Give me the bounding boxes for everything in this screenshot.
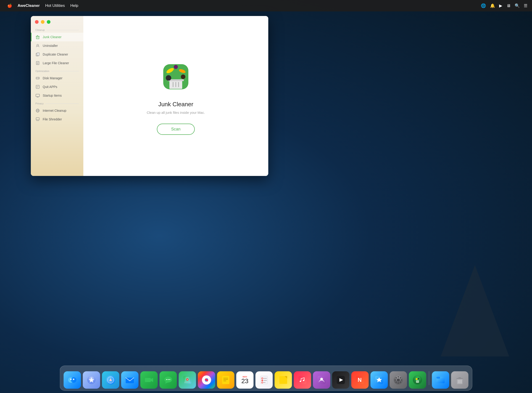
dock-item-facetime[interactable] — [140, 371, 158, 389]
svg-point-59 — [168, 379, 169, 380]
dock-item-trash[interactable] — [451, 371, 469, 389]
sidebar-item-label-startup-items: Startup Items — [43, 94, 62, 97]
svg-point-101 — [395, 379, 396, 381]
sidebar-item-label-duplicate-cleaner: Duplicate Cleaner — [43, 53, 68, 56]
dock-item-files[interactable] — [432, 371, 449, 389]
dock-item-news[interactable]: N — [351, 371, 369, 389]
svg-rect-0 — [36, 36, 39, 39]
svg-rect-15 — [36, 85, 39, 88]
svg-point-42 — [70, 378, 72, 380]
section-cleanup: Cleanup — [31, 29, 83, 33]
svg-text:N: N — [358, 377, 362, 383]
svg-point-58 — [166, 379, 167, 380]
svg-rect-8 — [36, 61, 39, 65]
dock-item-sysprefs[interactable] — [390, 371, 407, 389]
dock-item-mail[interactable] — [121, 371, 139, 389]
svg-point-13 — [38, 78, 39, 79]
svg-rect-74 — [222, 376, 229, 384]
svg-point-43 — [73, 378, 74, 380]
menubar: 🍎 AweCleaner Hot Utilities Help 🌐 🔔 ▶ 🖥 … — [0, 0, 532, 11]
dock-item-notes[interactable] — [217, 371, 234, 389]
app-menu-awecleaner[interactable]: AweCleaner — [15, 0, 43, 11]
svg-point-39 — [174, 65, 178, 69]
svg-point-106 — [396, 381, 397, 383]
uninstaller-icon — [35, 43, 40, 48]
svg-point-36 — [166, 75, 171, 81]
sidebar-item-duplicate-cleaner[interactable]: Duplicate Cleaner — [31, 50, 83, 59]
minimize-button[interactable] — [41, 20, 44, 24]
svg-rect-118 — [459, 377, 461, 378]
sidebar-item-internet-cleanup[interactable]: Internet Cleanup — [31, 106, 83, 115]
sidebar: Cleanup Junk Cleaner Uninstaller — [31, 16, 83, 176]
sidebar-item-disk-manager[interactable]: Disk Manager — [31, 74, 83, 83]
display-icon[interactable]: 🖥 — [506, 3, 511, 8]
sidebar-item-file-shredder[interactable]: File Shredder — [31, 115, 83, 124]
sidebar-item-uninstaller[interactable]: Uninstaller — [31, 41, 83, 50]
svg-point-104 — [400, 381, 401, 383]
svg-rect-5 — [37, 53, 39, 55]
dock-item-messages[interactable] — [160, 371, 177, 389]
scan-button[interactable]: Scan — [157, 124, 194, 135]
dock-item-appletv[interactable] — [332, 371, 350, 389]
svg-point-98 — [397, 378, 400, 382]
startup-items-icon — [35, 93, 40, 98]
notification-icon[interactable]: 🔔 — [490, 3, 495, 8]
dock-item-appstore[interactable] — [371, 371, 388, 389]
svg-point-99 — [398, 376, 399, 378]
app-window: Cleanup Junk Cleaner Uninstaller — [31, 16, 268, 176]
dock-separator — [429, 371, 429, 385]
svg-point-107 — [413, 375, 422, 384]
dock-item-stickies[interactable] — [275, 371, 292, 389]
apple-menu[interactable]: 🍎 — [5, 0, 15, 11]
maximize-button[interactable] — [47, 20, 50, 24]
svg-point-88 — [300, 381, 301, 382]
svg-point-81 — [262, 380, 263, 381]
sidebar-item-large-file-cleaner[interactable]: Large File Cleaner — [31, 59, 83, 67]
sidebar-item-label-uninstaller: Uninstaller — [43, 44, 58, 48]
dock-item-calendar[interactable]: NOV 23 — [236, 371, 254, 389]
sidebar-item-label-quit-apps: Quit APPs — [43, 85, 57, 89]
main-content: Junk Cleaner Clean up all junk files ins… — [83, 16, 268, 176]
sidebar-item-label-file-shredder: File Shredder — [43, 118, 62, 121]
app-icon — [158, 57, 194, 94]
disk-manager-icon — [35, 76, 40, 80]
svg-rect-18 — [36, 94, 39, 97]
sidebar-item-label-internet-cleanup: Internet Cleanup — [43, 109, 67, 113]
svg-point-63 — [187, 379, 188, 380]
menu-icon[interactable]: ☰ — [524, 3, 527, 8]
menubar-right-icons: 🌐 🔔 ▶ 🖥 🔍 ☰ — [481, 3, 527, 8]
svg-rect-24 — [36, 118, 39, 120]
sidebar-item-quit-apps[interactable]: Quit APPs — [31, 83, 83, 91]
search-icon[interactable]: 🔍 — [515, 3, 520, 8]
svg-point-105 — [400, 377, 401, 378]
app-menu-hotutilities[interactable]: Hot Utilities — [43, 0, 68, 11]
large-file-cleaner-icon — [35, 61, 40, 65]
svg-point-102 — [401, 379, 402, 381]
dock-item-launchpad[interactable] — [83, 371, 100, 389]
dock-item-awecleaner[interactable] — [409, 371, 426, 389]
dock-item-finder[interactable] — [64, 371, 81, 389]
globe-icon[interactable]: 🌐 — [481, 3, 486, 8]
file-shredder-icon — [35, 117, 40, 122]
section-privacy: Privacy — [31, 102, 83, 106]
dock-item-photos[interactable] — [198, 371, 215, 389]
close-button[interactable] — [35, 20, 39, 24]
traffic-lights — [35, 20, 50, 24]
svg-rect-115 — [437, 377, 440, 378]
internet-cleanup-icon — [35, 108, 40, 113]
dock-item-music[interactable] — [294, 371, 311, 389]
svg-point-60 — [169, 379, 170, 380]
sidebar-item-junk-cleaner[interactable]: Junk Cleaner — [31, 33, 83, 41]
svg-marker-55 — [151, 378, 153, 382]
dock-item-maps[interactable] — [179, 371, 196, 389]
section-optimization: Optimization — [31, 70, 83, 74]
svg-point-89 — [303, 380, 304, 381]
dock-item-podcasts[interactable] — [313, 371, 330, 389]
sidebar-item-startup-items[interactable]: Startup Items — [31, 91, 83, 100]
airplay-icon[interactable]: ▶ — [499, 3, 502, 8]
dock-item-safari[interactable] — [102, 371, 119, 389]
dock-item-reminders[interactable] — [256, 371, 273, 389]
app-menu-help[interactable]: Help — [68, 0, 81, 11]
svg-point-103 — [396, 377, 397, 378]
svg-point-37 — [181, 74, 185, 79]
